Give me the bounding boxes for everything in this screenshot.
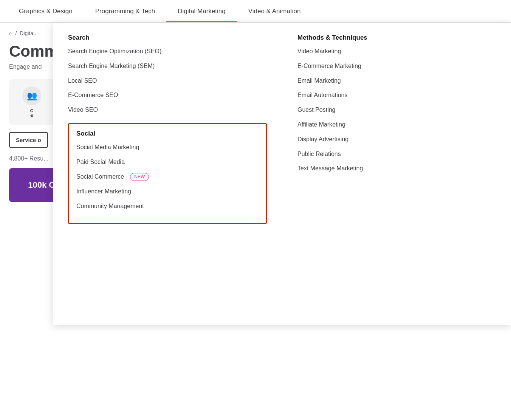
dropdown-item-sem[interactable]: Search Engine Marketing (SEM) <box>68 62 267 70</box>
social-section: Social Social Media Marketing Paid Socia… <box>68 123 267 224</box>
nav-item-video[interactable]: Video & Animation <box>237 0 312 22</box>
breadcrumb-section: Digita... <box>20 30 37 36</box>
dropdown-item-local-seo[interactable]: Local SEO <box>68 77 267 85</box>
nav-item-digital-marketing[interactable]: Digital Marketing <box>166 0 237 22</box>
dropdown-item-video-marketing[interactable]: Video Marketing <box>297 48 496 56</box>
dropdown-item-ecommerce-seo[interactable]: E-Commerce SEO <box>68 91 267 99</box>
dropdown-item-public-relations[interactable]: Public Relations <box>297 150 496 158</box>
dropdown-item-display-advertising[interactable]: Display Advertising <box>297 136 496 144</box>
dropdown-item-paid-social[interactable]: Paid Social Media <box>76 158 259 166</box>
dropdown-item-video-seo[interactable]: Video SEO <box>68 106 267 114</box>
social-heading: Social <box>76 130 259 137</box>
card-icon: 👥 <box>22 86 41 105</box>
service-options-bar[interactable]: Service o <box>9 132 48 148</box>
dropdown-item-text-message-marketing[interactable]: Text Message Marketing <box>297 165 496 173</box>
dropdown-right-column: Methods & Techniques Video Marketing E-C… <box>282 34 496 313</box>
card-label: G & <box>30 108 34 117</box>
dropdown-item-community-management[interactable]: Community Management <box>76 202 259 210</box>
dropdown-item-social-media-marketing[interactable]: Social Media Marketing <box>76 144 259 151</box>
dropdown-item-ecommerce-marketing[interactable]: E-Commerce Marketing <box>297 62 496 70</box>
category-card[interactable]: 👥 G & <box>9 79 54 125</box>
new-badge: NEW <box>130 173 149 181</box>
search-heading: Search <box>68 34 267 42</box>
dropdown-left-column: Search Search Engine Optimization (SEO) … <box>68 34 282 313</box>
dropdown-item-seo[interactable]: Search Engine Optimization (SEO) <box>68 48 267 56</box>
people-icon: 👥 <box>27 91 37 101</box>
dropdown-item-email-automations[interactable]: Email Automations <box>297 91 496 99</box>
dropdown-item-guest-posting[interactable]: Guest Posting <box>297 106 496 114</box>
dropdown-item-affiliate-marketing[interactable]: Affiliate Marketing <box>297 121 496 129</box>
breadcrumb-separator: / <box>15 30 17 36</box>
nav-item-graphics[interactable]: Graphics & Design <box>8 0 84 22</box>
nav-bar: Graphics & Design Programming & Tech Dig… <box>0 0 511 23</box>
search-section: Search Search Engine Optimization (SEO) … <box>68 34 267 114</box>
dropdown-item-email-marketing[interactable]: Email Marketing <box>297 77 496 85</box>
methods-heading: Methods & Techniques <box>297 34 496 42</box>
nav-item-programming[interactable]: Programming & Tech <box>84 0 166 22</box>
dropdown-menu: Search Search Engine Optimization (SEO) … <box>53 23 511 325</box>
home-icon: ⌂ <box>9 30 12 36</box>
dropdown-item-social-commerce[interactable]: Social Commerce NEW <box>76 173 259 181</box>
dropdown-item-influencer-marketing[interactable]: Influencer Marketing <box>76 188 259 196</box>
